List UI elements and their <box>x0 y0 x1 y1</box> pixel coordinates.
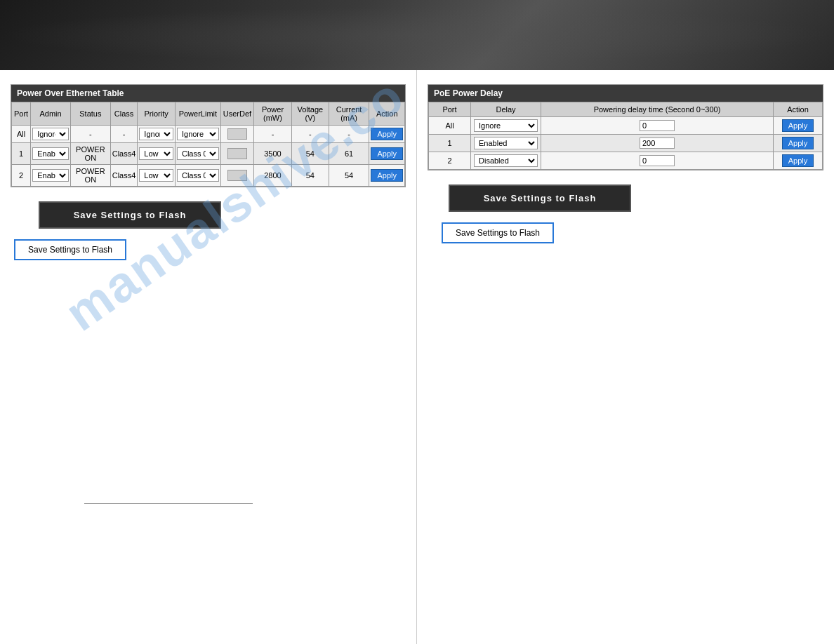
poe-row-1-status: POWER ON <box>71 143 111 165</box>
poe-row-2-admin-select[interactable]: EnabledDisabled <box>32 169 69 182</box>
poe-row-1-current: 61 <box>329 143 369 165</box>
poe-row-1-admin-select[interactable]: EnabledDisabled <box>32 147 69 160</box>
save-blue-container: Save Settings to Flash <box>14 239 406 260</box>
poe-row-0-status: - <box>71 126 111 143</box>
left-panel: Power Over Ethernet Table Port Admin Sta… <box>0 70 417 644</box>
poe-row-2-priority-select[interactable]: LowHighCritical <box>139 169 173 182</box>
poe-row-1-admin[interactable]: EnabledDisabled <box>31 143 71 165</box>
delay-row-0-port: All <box>429 117 471 135</box>
poe-row-0-port: All <box>12 126 31 143</box>
poe-row-2-action[interactable]: Apply <box>369 165 405 187</box>
delay-row-0-action[interactable]: Apply <box>774 117 823 135</box>
delay-row-0-time[interactable] <box>541 117 774 135</box>
poe-ethernet-table: Power Over Ethernet Table Port Admin Sta… <box>11 84 406 187</box>
col-priority: Priority <box>138 102 176 126</box>
delay-row-0-apply-button[interactable]: Apply <box>782 119 814 132</box>
poe-row-2-powerlimit-select[interactable]: Class 0Class 1Class 2Class 3Class 4 <box>177 169 219 182</box>
poe-row-0-power-mw: - <box>254 126 292 143</box>
delay-row-0-delay[interactable]: IgnoreEnabledDisabled <box>471 117 541 135</box>
poe-row-1-action[interactable]: Apply <box>369 143 405 165</box>
save-dark-container: Save Settings to Flash <box>39 201 406 229</box>
poe-row-1-powerlimit[interactable]: Class 0Class 1Class 2Class 3Class 4 <box>175 143 220 165</box>
poe-row-2-color-box <box>227 170 247 181</box>
poe-row-1-powerlimit-select[interactable]: Class 0Class 1Class 2Class 3Class 4 <box>177 147 219 160</box>
poe-row-1-port: 1 <box>12 143 31 165</box>
poe-row-0-admin[interactable]: IgnoreEnabledDisabled <box>31 126 71 143</box>
main-content: Power Over Ethernet Table Port Admin Sta… <box>0 70 834 644</box>
delay-col-time: Powering delay time (Second 0~300) <box>541 102 774 117</box>
poe-row-1-apply-button[interactable]: Apply <box>371 147 403 160</box>
poe-row-0-class: - <box>110 126 138 143</box>
col-power-mw: Power (mW) <box>254 102 292 126</box>
col-port: Port <box>12 102 31 126</box>
save-settings-blue-right-button[interactable]: Save Settings to Flash <box>442 222 554 243</box>
poe-row-0-priority-select[interactable]: IgnoreLowHighCritical <box>139 128 173 140</box>
poe-row-2-powerlimit[interactable]: Class 0Class 1Class 2Class 3Class 4 <box>175 165 220 187</box>
poe-row-1-priority[interactable]: LowHighCritical <box>138 143 176 165</box>
col-admin: Admin <box>31 102 71 126</box>
col-powerlimit: PowerLimit <box>175 102 220 126</box>
delay-row-1-port: 1 <box>429 135 471 152</box>
col-status: Status <box>71 102 111 126</box>
right-panel: PoE Power Delay Port Delay Powering dela… <box>417 70 834 644</box>
delay-row-2-apply-button[interactable]: Apply <box>782 154 814 167</box>
poe-row-0-voltage: - <box>291 126 329 143</box>
delay-row-1-time-input[interactable] <box>640 137 675 149</box>
poe-row-0-powerlimit[interactable]: IgnoreClass 0Class 1Class 2Class 3Class … <box>175 126 220 143</box>
poe-table-title: Power Over Ethernet Table <box>11 85 405 102</box>
poe-row-0-powerlimit-select[interactable]: IgnoreClass 0Class 1Class 2Class 3Class … <box>177 128 219 140</box>
delay-row-1-delay[interactable]: EnabledDisabled <box>471 135 541 152</box>
save-settings-dark-button[interactable]: Save Settings to Flash <box>39 201 221 229</box>
poe-row-1-userdef[interactable] <box>220 143 253 165</box>
poe-row-2-priority[interactable]: LowHighCritical <box>138 165 176 187</box>
save-settings-dark-right-button[interactable]: Save Settings to Flash <box>449 185 631 212</box>
delay-row-2-port: 2 <box>429 152 471 170</box>
poe-row-2-class: Class4 <box>110 165 138 187</box>
poe-row-2-apply-button[interactable]: Apply <box>371 169 403 182</box>
poe-row-0-action[interactable]: Apply <box>369 126 405 143</box>
delay-row-1-action[interactable]: Apply <box>774 135 823 152</box>
poe-row-1-priority-select[interactable]: LowHighCritical <box>139 147 173 160</box>
delay-row-2-action[interactable]: Apply <box>774 152 823 170</box>
poe-row-2-admin[interactable]: EnabledDisabled <box>31 165 71 187</box>
delay-row-0-delay-select[interactable]: IgnoreEnabledDisabled <box>474 119 538 132</box>
col-voltage-v: Voltage (V) <box>291 102 329 126</box>
poe-table: Port Admin Status Class Priority PowerLi… <box>11 102 405 187</box>
poe-delay-table-container: PoE Power Delay Port Delay Powering dela… <box>428 84 823 170</box>
delay-col-delay: Delay <box>471 102 541 117</box>
col-userdef: UserDef <box>220 102 253 126</box>
poe-row-1-power-mw: 3500 <box>254 143 292 165</box>
col-action: Action <box>369 102 405 126</box>
save-settings-blue-button[interactable]: Save Settings to Flash <box>14 239 126 260</box>
poe-delay-title: PoE Power Delay <box>428 85 823 102</box>
delay-col-action: Action <box>774 102 823 117</box>
poe-row-2-power-mw: 2800 <box>254 165 292 187</box>
col-current-ma: Current (mA) <box>329 102 369 126</box>
poe-row-1-class: Class4 <box>110 143 138 165</box>
poe-row-0-apply-button[interactable]: Apply <box>371 128 403 140</box>
poe-row-0-userdef[interactable] <box>220 126 253 143</box>
delay-row-1-time[interactable] <box>541 135 774 152</box>
poe-row-0-priority[interactable]: IgnoreLowHighCritical <box>138 126 176 143</box>
poe-delay-table: Port Delay Powering delay time (Second 0… <box>428 102 823 170</box>
delay-col-port: Port <box>429 102 471 117</box>
delay-row-2-delay[interactable]: EnabledDisabled <box>471 152 541 170</box>
poe-row-2-status: POWER ON <box>71 165 111 187</box>
underline-decoration <box>84 503 253 504</box>
poe-row-2-userdef[interactable] <box>220 165 253 187</box>
delay-row-2-delay-select[interactable]: EnabledDisabled <box>474 154 538 167</box>
poe-row-2-port: 2 <box>12 165 31 187</box>
poe-row-1-color-box <box>227 148 247 159</box>
delay-row-2-time-input[interactable] <box>640 155 675 166</box>
col-class: Class <box>110 102 138 126</box>
delay-row-1-apply-button[interactable]: Apply <box>782 137 814 149</box>
poe-row-2-voltage: 54 <box>291 165 329 187</box>
poe-row-0-current: - <box>329 126 369 143</box>
delay-row-1-delay-select[interactable]: EnabledDisabled <box>474 137 538 149</box>
poe-row-0-admin-select[interactable]: IgnoreEnabledDisabled <box>32 128 69 140</box>
save-dark-right-container: Save Settings to Flash <box>449 185 823 212</box>
delay-row-0-time-input[interactable] <box>640 120 675 131</box>
header-banner <box>0 0 834 70</box>
poe-row-0-color-box <box>227 128 247 140</box>
delay-row-2-time[interactable] <box>541 152 774 170</box>
